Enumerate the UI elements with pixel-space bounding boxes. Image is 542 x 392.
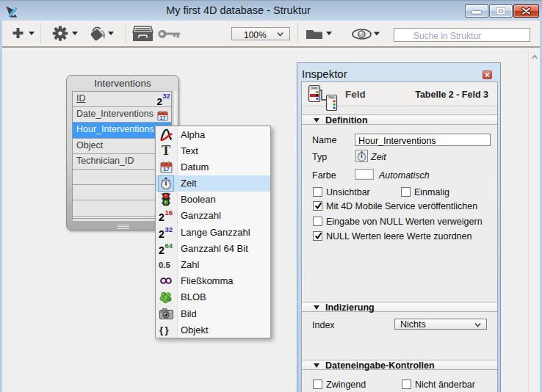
svg-text:T: T — [162, 144, 170, 157]
svg-text:Table: Table — [311, 87, 318, 90]
svg-text:Table: Table — [328, 96, 334, 99]
svg-text:17: 17 — [163, 166, 170, 173]
svg-text:17: 17 — [160, 115, 166, 120]
